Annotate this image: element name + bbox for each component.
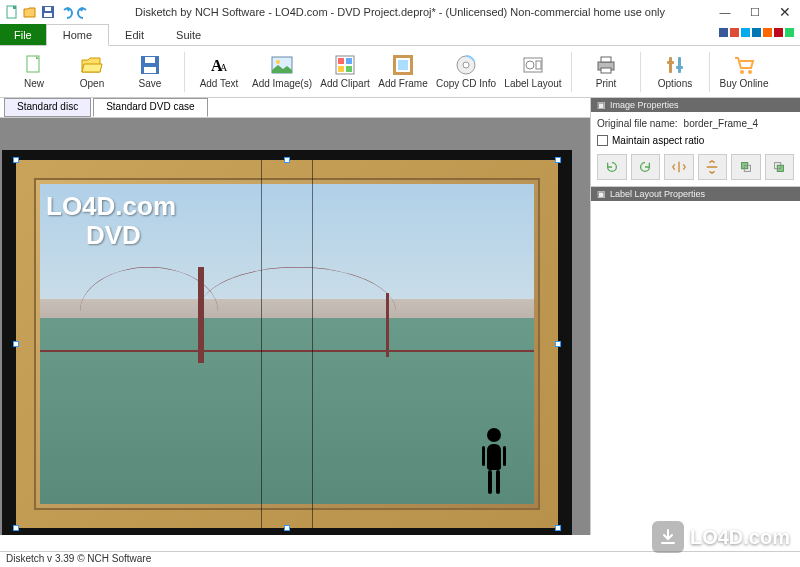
svg-rect-15 (346, 58, 352, 64)
separator (184, 52, 185, 92)
selection-handle[interactable] (13, 341, 19, 347)
social-icon[interactable] (774, 28, 783, 37)
selection-handle[interactable] (555, 341, 561, 347)
selection-handle[interactable] (13, 157, 19, 163)
layout-icon (522, 54, 544, 76)
image-properties-header[interactable]: ▣ Image Properties (591, 98, 800, 112)
social-icon[interactable] (785, 28, 794, 37)
print-icon (595, 54, 617, 76)
tab-suite[interactable]: Suite (160, 24, 217, 45)
svg-rect-30 (667, 61, 674, 64)
bring-front-button[interactable] (731, 154, 761, 180)
dvd-case-canvas[interactable]: LO4D.com DVD (2, 150, 572, 535)
social-icon[interactable] (719, 28, 728, 37)
svg-rect-14 (338, 58, 344, 64)
separator (640, 52, 641, 92)
doc-tab-dvd-case[interactable]: Standard DVD case (93, 98, 207, 117)
svg-rect-31 (676, 66, 683, 69)
label-layout-label: Label Layout (504, 78, 561, 89)
svg-rect-28 (669, 57, 672, 73)
add-text-button[interactable]: AA Add Text (191, 48, 247, 96)
buy-label: Buy Online (720, 78, 769, 89)
options-label: Options (658, 78, 692, 89)
flip-h-button[interactable] (664, 154, 694, 180)
social-icon[interactable] (741, 28, 750, 37)
selection-handle[interactable] (284, 525, 290, 531)
status-text: Disketch v 3.39 © NCH Software (6, 553, 151, 564)
tab-edit[interactable]: Edit (109, 24, 160, 45)
stick-figure-clipart[interactable] (476, 428, 512, 498)
copy-cd-label: Copy CD Info (436, 78, 496, 89)
svg-rect-19 (398, 60, 408, 70)
clipart-icon (334, 54, 356, 76)
options-button[interactable]: Options (647, 48, 703, 96)
label-layout-header[interactable]: ▣ Label Layout Properties (591, 187, 800, 201)
add-frame-button[interactable]: Add Frame (375, 48, 431, 96)
rotate-left-button[interactable] (597, 154, 627, 180)
label-layout-body (591, 201, 800, 535)
send-back-button[interactable] (765, 154, 795, 180)
svg-rect-27 (601, 68, 611, 73)
buy-online-button[interactable]: Buy Online (716, 48, 772, 96)
save-button[interactable]: Save (122, 48, 178, 96)
svg-point-21 (463, 62, 469, 68)
save-label: Save (139, 78, 162, 89)
qat-save-icon[interactable] (40, 4, 56, 20)
filename-value: border_Frame_4 (684, 118, 758, 129)
open-label: Open (80, 78, 104, 89)
download-icon (652, 521, 684, 553)
add-text-label: Add Text (200, 78, 239, 89)
statusbar: Disketch v 3.39 © NCH Software (0, 551, 800, 567)
file-menu[interactable]: File (0, 24, 46, 45)
flip-v-button[interactable] (698, 154, 728, 180)
svg-rect-17 (346, 66, 352, 72)
social-icon[interactable] (730, 28, 739, 37)
text-icon: AA (208, 54, 230, 76)
image-properties-body: Original file name: border_Frame_4 Maint… (591, 112, 800, 187)
collapse-icon: ▣ (597, 100, 606, 110)
qat-new-icon[interactable] (4, 4, 20, 20)
social-icons (719, 28, 794, 37)
qat-undo-icon[interactable] (58, 4, 74, 20)
svg-point-32 (740, 70, 744, 74)
add-images-button[interactable]: Add Image(s) (249, 48, 315, 96)
svg-rect-4 (45, 7, 51, 11)
open-button[interactable]: Open (64, 48, 120, 96)
qat-redo-icon[interactable] (76, 4, 92, 20)
minimize-button[interactable]: — (710, 2, 740, 22)
qat-open-icon[interactable] (22, 4, 38, 20)
selection-handle[interactable] (284, 157, 290, 163)
panel-title: Image Properties (610, 100, 679, 110)
selection-handle[interactable] (13, 525, 19, 531)
overlay-line1: LO4D.com (46, 192, 176, 221)
label-layout-button[interactable]: Label Layout (501, 48, 565, 96)
svg-rect-29 (678, 57, 681, 73)
selection-handle[interactable] (555, 157, 561, 163)
tab-home[interactable]: Home (46, 24, 109, 46)
social-icon[interactable] (763, 28, 772, 37)
separator (709, 52, 710, 92)
close-button[interactable]: ✕ (770, 2, 800, 22)
svg-rect-16 (338, 66, 344, 72)
new-label: New (24, 78, 44, 89)
add-clipart-label: Add Clipart (320, 78, 369, 89)
separator (571, 52, 572, 92)
frame-icon (392, 54, 414, 76)
overlay-text[interactable]: LO4D.com DVD (46, 192, 176, 249)
copy-cd-info-button[interactable]: Copy CD Info (433, 48, 499, 96)
selection-handle[interactable] (555, 525, 561, 531)
new-button[interactable]: New (6, 48, 62, 96)
rotate-right-button[interactable] (631, 154, 661, 180)
social-icon[interactable] (752, 28, 761, 37)
aspect-ratio-checkbox[interactable]: Maintain aspect ratio (597, 135, 794, 146)
doc-tab-disc[interactable]: Standard disc (4, 98, 91, 117)
canvas-area[interactable]: Standard disc Standard DVD case LO (0, 98, 590, 535)
add-clipart-button[interactable]: Add Clipart (317, 48, 373, 96)
svg-rect-7 (144, 67, 156, 73)
svg-point-33 (748, 70, 752, 74)
watermark: LO4D.com (652, 521, 790, 553)
maximize-button[interactable]: ☐ (740, 2, 770, 22)
print-button[interactable]: Print (578, 48, 634, 96)
open-icon (81, 54, 103, 76)
svg-text:A: A (220, 62, 228, 73)
